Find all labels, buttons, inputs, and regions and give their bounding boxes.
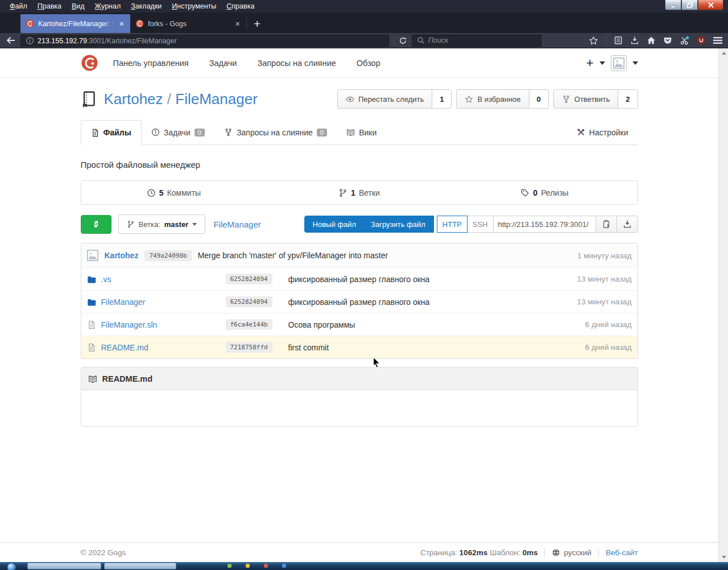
menu-help[interactable]: Справка xyxy=(221,2,259,10)
commit-message[interactable]: Осова программы xyxy=(288,320,535,329)
taskbar-icon[interactable] xyxy=(246,564,250,568)
repo-name-link[interactable]: FileManager xyxy=(175,90,258,108)
back-button[interactable] xyxy=(6,35,16,46)
commit-hash-badge[interactable]: f6ca4e144b xyxy=(226,319,272,330)
file-link[interactable]: FileManager.sln xyxy=(101,320,158,329)
menu-history[interactable]: Журнал xyxy=(90,2,126,10)
browser-tab-active[interactable]: Kartohez/FileManager: Прос × xyxy=(20,14,130,33)
taskbar-icon[interactable] xyxy=(282,564,286,568)
scroll-down-arrow[interactable] xyxy=(719,552,728,562)
menu-bookmarks[interactable]: Закладки xyxy=(126,2,167,10)
menu-file[interactable]: Файл xyxy=(5,2,32,10)
language-selector[interactable]: русский xyxy=(552,548,591,557)
nav-explore[interactable]: Обзор xyxy=(346,59,391,68)
toolbar-icons xyxy=(589,36,722,46)
chevron-down-icon[interactable] xyxy=(632,61,638,65)
clone-url-input[interactable] xyxy=(494,216,596,233)
bookmark-star-icon[interactable] xyxy=(589,36,598,46)
mouse-cursor xyxy=(371,356,383,369)
issues-count-badge: 0 xyxy=(195,129,205,137)
watchers-count[interactable]: 1 xyxy=(432,90,451,108)
search-input[interactable] xyxy=(428,36,536,44)
site-info-icon[interactable] xyxy=(26,36,34,45)
page-scrollbar[interactable] xyxy=(718,48,728,562)
avatar[interactable] xyxy=(87,250,98,261)
star-button[interactable]: В избранное xyxy=(457,90,528,108)
commit-hash-badge[interactable]: 749a24098b xyxy=(144,250,191,261)
url-host: 213.155.192.79 xyxy=(38,37,87,45)
taskbar-icon[interactable] xyxy=(228,564,231,568)
hamburger-menu-icon[interactable] xyxy=(713,36,722,44)
unwatch-button[interactable]: Перестать следить xyxy=(338,90,432,108)
menu-view[interactable]: Вид xyxy=(67,2,90,10)
commit-message[interactable]: фиксированный размер главного окна xyxy=(288,275,535,284)
compare-icon xyxy=(91,219,101,229)
repo-path-link[interactable]: FileManager xyxy=(213,220,260,229)
releases-stat[interactable]: 0Релизы xyxy=(452,188,638,197)
upload-file-button[interactable]: Загрузить файл xyxy=(371,220,425,229)
menu-tools[interactable]: Инструменты xyxy=(167,2,221,10)
pocket-icon[interactable] xyxy=(663,36,672,45)
taskbar-icon[interactable] xyxy=(264,564,268,568)
menu-edit[interactable]: Правка xyxy=(32,2,67,10)
search-bar[interactable] xyxy=(412,35,541,47)
commit-message[interactable]: Merge branch 'master' of ypv/FileManager… xyxy=(198,251,388,260)
tab-settings[interactable]: Настройки xyxy=(567,120,638,144)
tab-close-icon[interactable]: × xyxy=(118,20,125,28)
branch-selector[interactable]: Ветка: master xyxy=(118,214,206,234)
browser-tab-inactive[interactable]: forks - Gogs × xyxy=(130,14,246,33)
taskbar-item[interactable] xyxy=(27,563,101,569)
window-close-button[interactable] xyxy=(698,0,723,10)
start-button[interactable] xyxy=(7,563,16,570)
url-bar[interactable]: 213.155.192.79:3001/Kartohez/FileManager xyxy=(20,35,389,47)
fork-button[interactable]: Ответвить xyxy=(554,90,618,108)
commits-stat[interactable]: 5Коммиты xyxy=(81,188,267,197)
nav-pull-requests[interactable]: Запросы на слияние xyxy=(247,59,346,68)
commit-message[interactable]: first commit xyxy=(288,343,535,352)
window-minimize-button[interactable] xyxy=(665,0,681,10)
reload-icon[interactable] xyxy=(399,36,407,45)
tab-files[interactable]: Файлы xyxy=(81,120,142,145)
ublock-icon[interactable] xyxy=(697,36,706,45)
file-link[interactable]: README.md xyxy=(101,343,148,352)
nav-issues[interactable]: Задачи xyxy=(199,59,247,68)
copy-url-button[interactable] xyxy=(596,216,617,233)
gogs-logo[interactable] xyxy=(81,54,98,72)
stars-count[interactable]: 0 xyxy=(529,90,548,108)
tab-issues[interactable]: Задачи 0 xyxy=(142,120,214,144)
file-link[interactable]: FileManager xyxy=(101,298,146,307)
user-avatar[interactable] xyxy=(611,55,627,71)
nav-dashboard[interactable]: Панель управления xyxy=(103,59,199,68)
compare-button[interactable] xyxy=(81,215,111,234)
scroll-up-arrow[interactable] xyxy=(719,48,728,58)
new-tab-button[interactable]: + xyxy=(247,17,267,31)
commit-author-link[interactable]: Kartohez xyxy=(105,251,139,260)
website-link[interactable]: Веб-сайт xyxy=(606,548,638,557)
forks-count[interactable]: 2 xyxy=(618,90,637,108)
downloads-icon[interactable] xyxy=(630,36,639,45)
tab-pull-requests[interactable]: Запросы на слияние 0 xyxy=(214,120,337,144)
commit-hash-badge[interactable]: 7218758ffd xyxy=(226,342,272,353)
http-clone-button[interactable]: HTTP xyxy=(437,216,468,233)
new-file-button[interactable]: Новый файл xyxy=(313,220,357,229)
tab-wiki[interactable]: Вики xyxy=(337,120,386,144)
repo-separator: / xyxy=(167,90,171,108)
file-link[interactable]: .vs xyxy=(101,275,111,284)
chevron-down-icon[interactable] xyxy=(599,61,605,65)
repo-owner-link[interactable]: Kartohez xyxy=(104,90,163,108)
commit-hash-badge[interactable]: 6252824894 xyxy=(226,274,272,284)
tools-icon xyxy=(577,128,585,137)
extension-icon[interactable] xyxy=(680,36,689,46)
home-icon[interactable] xyxy=(647,36,656,45)
commit-message[interactable]: фиксированный размер главного окна xyxy=(288,298,535,307)
branches-stat[interactable]: 1Ветки xyxy=(267,188,452,197)
download-archive-button[interactable] xyxy=(617,216,638,233)
create-new-button[interactable]: + xyxy=(586,56,594,71)
tab-close-icon[interactable]: × xyxy=(234,20,241,28)
window-restore-button[interactable] xyxy=(681,0,698,10)
commit-hash-badge[interactable]: 6252824894 xyxy=(226,296,272,307)
ssh-clone-button[interactable]: SSH xyxy=(468,216,494,233)
library-icon[interactable] xyxy=(614,36,623,45)
taskbar-item[interactable] xyxy=(104,563,176,569)
url-text: 213.155.192.79:3001/Kartohez/FileManager xyxy=(38,35,177,46)
